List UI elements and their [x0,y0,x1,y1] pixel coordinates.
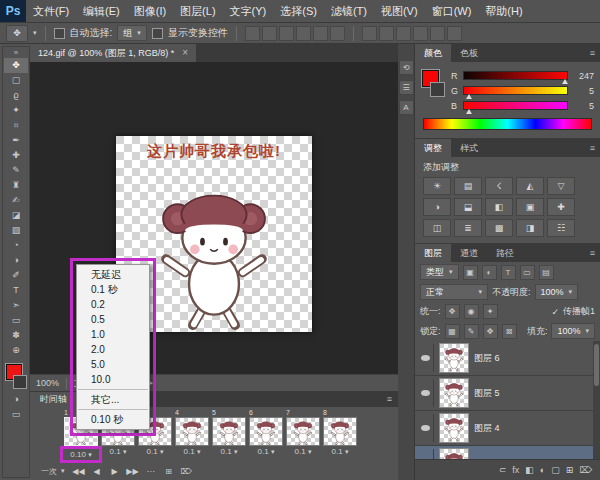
auto-select-checkbox[interactable] [54,28,65,39]
layer-name[interactable]: 图层 3 [474,457,500,460]
type-tool[interactable]: T [4,283,28,298]
unify-visibility-icon[interactable]: ◉ [464,304,479,319]
screen-mode-button[interactable]: ▭ [4,407,28,422]
brightness-contrast-icon[interactable]: ☀ [423,177,451,195]
layers-scrollbar[interactable] [593,341,600,459]
lock-position-icon[interactable]: ✥ [483,324,498,339]
lock-transparency-icon[interactable]: ▦ [445,324,460,339]
filter-smart-object-icon[interactable]: ▤ [539,265,554,280]
menu-file[interactable]: 文件(F) [26,0,76,22]
first-frame-button[interactable]: ◀◀ [72,467,86,476]
rectangular-marquee-tool[interactable]: ▢ [4,73,28,88]
hue-saturation-icon[interactable]: ◑ [423,198,451,216]
exposure-icon[interactable]: ◭ [516,177,544,195]
red-value[interactable]: 247 [572,71,594,81]
frame-delay-dropdown[interactable]: 0.1 ▾ [323,446,357,458]
layer-row[interactable]: 图层 5 [415,376,600,411]
distribute-right-icon[interactable] [447,26,462,41]
clone-stamp-tool[interactable]: ♜ [4,178,28,193]
posterize-icon[interactable]: ≣ [454,219,482,237]
menu-layer[interactable]: 图层(L) [173,0,222,22]
menu-edit[interactable]: 编辑(E) [76,0,127,22]
blue-slider[interactable] [463,101,568,110]
zoom-level-field[interactable]: 100% [36,378,59,388]
tab-styles[interactable]: 样式 [451,139,487,157]
brush-tool[interactable]: ✎ [4,163,28,178]
layer-thumbnail[interactable] [439,378,469,408]
color-balance-icon[interactable]: ⬓ [454,198,482,216]
menu-image[interactable]: 图像(I) [127,0,173,22]
lock-pixels-icon[interactable]: ✎ [464,324,479,339]
tab-adjustments[interactable]: 调整 [415,139,451,157]
layer-filter-dropdown[interactable]: 类型 ▾ [420,264,459,280]
path-selection-tool[interactable]: ➣ [4,298,28,313]
black-white-icon[interactable]: ◧ [485,198,513,216]
layer-style-icon[interactable]: fx [512,465,519,475]
delay-option-10-0[interactable]: 10.0 [77,372,149,387]
frame-delay-dropdown[interactable]: 0.10 ▾ [60,446,102,463]
next-frame-button[interactable]: ▶▶ [126,467,140,476]
frame-delay-dropdown[interactable]: 0.1 ▾ [212,446,246,458]
align-top-icon[interactable] [296,26,311,41]
distribute-bottom-icon[interactable] [396,26,411,41]
panel-background-swatch[interactable] [430,82,445,97]
photo-filter-icon[interactable]: ▣ [516,198,544,216]
frame-7[interactable]: 7 0.1 ▾ [286,408,320,462]
crop-tool[interactable]: ⌗ [4,118,28,133]
panel-menu-icon[interactable]: ≡ [585,244,600,262]
channel-mixer-icon[interactable]: ✚ [547,198,575,216]
delay-option-no-delay[interactable]: 无延迟 [77,267,149,282]
red-slider[interactable] [463,71,568,80]
frame-delay-dropdown[interactable]: 0.1 ▾ [286,446,320,458]
link-layers-icon[interactable]: ⊂ [499,465,507,475]
tab-channels[interactable]: 通道 [451,244,487,262]
hand-tool[interactable]: ✽ [4,328,28,343]
background-color-swatch[interactable] [13,375,27,389]
layer-mask-icon[interactable]: ◧ [525,465,534,475]
close-document-icon[interactable]: × [182,44,188,62]
menu-type[interactable]: 文字(Y) [223,0,274,22]
levels-icon[interactable]: ▤ [454,177,482,195]
filter-type-icon[interactable]: T [501,265,516,280]
frame-8[interactable]: 8 0.1 ▾ [323,408,357,462]
tab-paths[interactable]: 路径 [487,244,523,262]
frame-thumbnail[interactable] [212,417,246,446]
quick-selection-tool[interactable]: ✦ [4,103,28,118]
delay-option-current[interactable]: 0.10 秒 [77,412,149,427]
unify-position-icon[interactable]: ✥ [445,304,460,319]
layer-visibility-toggle[interactable] [418,449,434,459]
frame-thumbnail[interactable] [175,417,209,446]
scrollbar-thumb[interactable] [594,344,599,386]
tool-preset-caret-icon[interactable]: ▾ [33,29,37,37]
gradient-tool[interactable]: ▨ [4,223,28,238]
layer-visibility-toggle[interactable] [418,344,434,372]
character-panel-icon[interactable]: A [399,100,414,115]
green-slider[interactable] [463,86,568,95]
distribute-left-icon[interactable] [413,26,428,41]
gradient-map-icon[interactable]: ◨ [516,219,544,237]
layer-visibility-toggle[interactable] [418,414,434,442]
pen-tool[interactable]: ✐ [4,268,28,283]
distribute-top-icon[interactable] [362,26,377,41]
adjustment-layer-icon[interactable]: ◐ [540,465,545,475]
menu-help[interactable]: 帮助(H) [478,0,529,22]
blue-value[interactable]: 5 [572,101,594,111]
layer-name[interactable]: 图层 4 [474,422,500,435]
new-layer-icon[interactable]: ⊞ [566,465,574,475]
auto-select-dropdown[interactable]: 组 ▾ [117,25,147,41]
healing-brush-tool[interactable]: ✚ [4,148,28,163]
layer-thumbnail[interactable] [439,448,469,459]
collapse-toolbar-icon[interactable]: » [14,47,18,58]
delete-frame-button[interactable]: ⌦ [180,467,194,476]
menu-view[interactable]: 视图(V) [374,0,425,22]
delete-layer-icon[interactable]: ⌦ [579,465,592,475]
align-middle-icon[interactable] [313,26,328,41]
blend-mode-dropdown[interactable]: 正常 ▾ [420,284,488,300]
tween-button[interactable]: ⋯ [144,467,158,476]
delay-option-0-5[interactable]: 0.5 [77,312,149,327]
unify-style-icon[interactable]: ✦ [483,304,498,319]
properties-panel-icon[interactable]: ☰ [399,80,414,95]
play-button[interactable]: ▶ [108,467,122,476]
align-left-icon[interactable] [245,26,260,41]
delay-option-other[interactable]: 其它... [77,392,149,407]
